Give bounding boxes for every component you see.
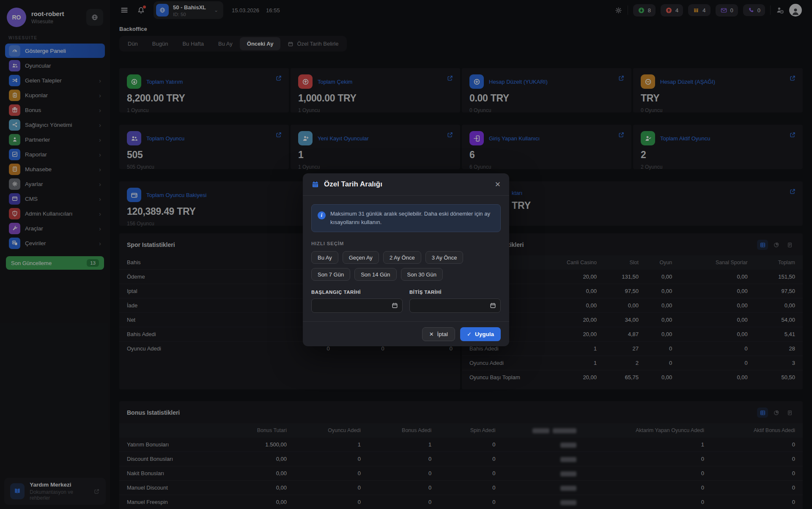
custom-date-range-modal: Özel Tarih Aralığı ✕ i Maksimum 31 günlü… [303,173,509,346]
check-icon: ✓ [467,331,472,337]
quick-select-label: HIZLI SEÇİM [311,241,501,246]
start-date-input[interactable] [311,298,403,313]
end-date-label: BİTİŞ TARİHİ [409,290,501,295]
info-text: Maksimum 31 günlük aralık seçilebilir. D… [330,210,494,227]
calendar-icon [311,181,319,189]
cancel-button[interactable]: ✕ İptal [422,327,455,341]
close-icon: ✕ [429,331,434,337]
apply-button[interactable]: ✓ Uygula [460,327,501,341]
quick-select-chips: Bu Ay Geçen Ay 2 Ay Önce 3 Ay Önce Son 7… [311,251,501,281]
chip-last-month[interactable]: Geçen Ay [343,251,379,264]
end-date-input[interactable] [409,298,501,313]
chip-this-month[interactable]: Bu Ay [311,251,338,264]
info-alert: i Maksimum 31 günlük aralık seçilebilir.… [311,204,501,232]
info-icon: i [318,211,326,219]
chip-3-months-ago[interactable]: 3 Ay Önce [425,251,464,264]
chip-last-14-days[interactable]: Son 14 Gün [354,268,396,281]
chip-2-months-ago[interactable]: 2 Ay Önce [383,251,421,264]
modal-title: Özel Tarih Aralığı [324,180,490,189]
start-date-label: BAŞLANGIÇ TARİHİ [311,290,403,295]
apply-label: Uygula [475,331,494,337]
cancel-label: İptal [437,331,448,337]
chip-last-7-days[interactable]: Son 7 Gün [311,268,350,281]
close-icon[interactable]: ✕ [495,180,501,189]
chip-last-30-days[interactable]: Son 30 Gün [401,268,443,281]
